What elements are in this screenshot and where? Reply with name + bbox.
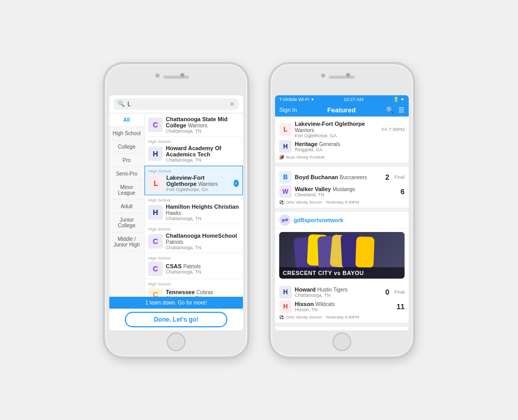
team-location-3: Chattanooga, TN xyxy=(166,216,239,221)
result-category-3: High School xyxy=(148,198,239,202)
bluetooth-icon: ✦ xyxy=(400,97,405,102)
game-info-hixson: Hixson Wildcats Hixson, TN xyxy=(295,301,393,312)
filter-sidebar: All High School College Pro Semi-Pro Min… xyxy=(109,113,145,297)
team-info-6: Tennessee Cobras Chattanooga, TN xyxy=(166,289,213,297)
status-left: T-Mobile Wi-Fi ▾ xyxy=(279,97,314,102)
left-phone: 🔍 L ✕ All High School College Pro Semi-P… xyxy=(104,63,249,358)
game-section-soccer1: B Boyd Buchanan Buccaneers 2 Final W Wal… xyxy=(275,167,409,212)
sport-label-football: Boys Varsity Football xyxy=(286,155,325,160)
battery-icon: 🔋 xyxy=(393,97,399,102)
result-category-4: High School xyxy=(148,227,239,231)
team-logo-4: C xyxy=(148,234,163,249)
clear-icon[interactable]: ✕ xyxy=(229,100,235,108)
result-csas[interactable]: High School C CSAS Patriots Chattanooga,… xyxy=(145,253,243,279)
filter-pro[interactable]: Pro xyxy=(109,154,144,167)
game-score-howard: 0 xyxy=(381,288,389,296)
search-bar[interactable]: 🔍 L ✕ xyxy=(113,98,239,110)
featured-content: L Lakeview-Fort Oglethorpe Warriors Fort… xyxy=(275,117,409,330)
game-final-label2: Final xyxy=(394,289,405,295)
network-row: gdf gdflsportsnetwork xyxy=(275,212,409,229)
filter-semi-pro[interactable]: Semi-Pro xyxy=(109,167,144,181)
result-homeschool[interactable]: High School C Chattanooga HomeSchool Pat… xyxy=(145,224,243,253)
home-button-left[interactable] xyxy=(167,332,185,351)
game-score-hixson: 11 xyxy=(396,302,405,311)
team-logo-1: H xyxy=(148,147,163,161)
filter-junior-college[interactable]: Junior College xyxy=(109,213,144,233)
search-header: 🔍 L ✕ xyxy=(109,95,243,113)
filter-college[interactable]: College xyxy=(109,140,144,154)
filter-adult[interactable]: Adult xyxy=(109,200,144,213)
menu-icon[interactable]: ☰ xyxy=(398,106,405,114)
filter-all[interactable]: All xyxy=(109,113,144,127)
nav-icons: 🔍 ☰ xyxy=(386,106,405,114)
game-score-walker1: 6 xyxy=(396,187,405,196)
team-logo-3: H xyxy=(148,205,163,220)
team-location-1: Chattanooga, TN xyxy=(166,157,239,163)
team-info-4: Chattanooga HomeSchool Patriots Chattano… xyxy=(166,233,239,250)
team-name-1: Howard Academy Of Academics Tech xyxy=(166,145,239,157)
game-sub-hixson: Hixson, TN xyxy=(295,307,393,312)
team-name-6: Tennessee Cobras xyxy=(166,289,213,295)
result-category-5: High School xyxy=(148,256,239,260)
sport-label-soccer1: Girls Varsity Soccer · Yesterday 8:30PM xyxy=(286,200,359,205)
sign-in-button[interactable]: Sign In xyxy=(279,107,297,113)
network-name[interactable]: gdflsportsnetwork xyxy=(294,217,343,223)
search-input[interactable]: L xyxy=(127,100,227,108)
bottom-bar: 1 team down. Go for more! xyxy=(109,297,243,309)
sport-icon-soccer1: ⚽ xyxy=(279,200,284,205)
team-info-5: CSAS Patriots Chattanooga, TN xyxy=(166,263,201,274)
team-row-heritage[interactable]: H Heritage Generals Ringgold, GA xyxy=(279,139,405,154)
game-info-walker1: Walker Valley Mustangs Cleveland, TN xyxy=(295,186,393,197)
search-icon: 🔍 xyxy=(118,100,125,107)
result-lakeview[interactable]: High School L Lakeview-Fort Oglethorpe W… xyxy=(145,166,243,195)
search-nav-icon[interactable]: 🔍 xyxy=(386,106,394,114)
selected-check: ✓ xyxy=(234,180,239,187)
left-screen: 🔍 L ✕ All High School College Pro Semi-P… xyxy=(109,95,243,330)
camera-left xyxy=(180,73,184,77)
game-sub-howard: Chattanooga, TN xyxy=(295,293,378,298)
sport-icon-football: 🏈 xyxy=(279,155,284,160)
team-row-hixson[interactable]: H Hixson Wildcats Hixson, TN 11 xyxy=(279,299,405,314)
team-name-2: Lakeview-Fort Oglethorpe Warriors xyxy=(166,175,231,187)
done-button[interactable]: Done. Let's go! xyxy=(125,312,227,327)
video-title: CRESCENT CITY vs BAYOU xyxy=(279,267,405,279)
filter-minor-league[interactable]: Minor League xyxy=(109,181,144,200)
game-status-football: 🏈 Boys Varsity Football xyxy=(279,155,405,160)
game-info-boyd: Boyd Buchanan Buccaneers xyxy=(295,174,378,180)
team-row-walker1[interactable]: W Walker Valley Mustangs Cleveland, TN 6 xyxy=(279,184,405,199)
game-section-soccer2: H Howard Hustin Tigers Chattanooga, TN 0… xyxy=(275,282,409,327)
game-name-lakeview: Lakeview-Fort Oglethorpe Warriors xyxy=(295,121,377,133)
game-score-boyd: 2 xyxy=(381,173,389,181)
result-category-6: High School xyxy=(148,282,239,286)
search-body: All High School College Pro Semi-Pro Min… xyxy=(109,113,243,297)
result-tennessee[interactable]: High School C Tennessee Cobras Chattanoo… xyxy=(145,279,243,297)
team-logo-5: C xyxy=(148,262,163,276)
game-final-label1: Final xyxy=(394,175,405,180)
team-location-5: Chattanooga, TN xyxy=(166,269,201,274)
team-row-walker2[interactable]: W Walker Valley Mustangs 3 xyxy=(279,330,405,330)
game-logo-lakeview: L xyxy=(279,123,292,136)
network-logo: gdf xyxy=(279,214,291,226)
team-row-howard[interactable]: H Howard Hustin Tigers Chattanooga, TN 0… xyxy=(279,285,405,299)
game-name-heritage: Heritage Generals xyxy=(295,141,405,147)
results-list: C Chattanooga State Mid College Warriors… xyxy=(145,113,243,297)
home-button-right[interactable] xyxy=(333,332,351,351)
result-hamilton-heights[interactable]: High School H Hamilton Heights Christian… xyxy=(145,195,243,224)
result-chattanooga-state[interactable]: C Chattanooga State Mid College Warriors… xyxy=(145,113,243,137)
game-status-soccer1: ⚽ Girls Varsity Soccer · Yesterday 8:30P… xyxy=(279,200,405,205)
carrier-label: T-Mobile Wi-Fi xyxy=(279,97,309,102)
game-sub-walker1: Cleveland, TN xyxy=(295,192,393,197)
nav-title: Featured xyxy=(327,106,356,114)
game-name-howard: Howard Hustin Tigers xyxy=(295,286,378,293)
game-name-boyd: Boyd Buchanan Buccaneers xyxy=(295,174,378,180)
result-howard-academy[interactable]: High School H Howard Academy Of Academic… xyxy=(145,137,243,166)
team-logo-2: L xyxy=(149,176,163,191)
video-card[interactable]: CRESCENT CITY vs BAYOU xyxy=(279,232,405,279)
filter-middle-junior[interactable]: Middle / Junior High xyxy=(109,233,144,252)
time-label: 10:27 AM xyxy=(343,97,363,102)
filter-high-school[interactable]: High School xyxy=(109,127,144,140)
team-row-boyd[interactable]: B Boyd Buchanan Buccaneers 2 Final xyxy=(279,170,405,184)
team-row-lakeview[interactable]: L Lakeview-Fort Oglethorpe Warriors Fort… xyxy=(279,120,405,139)
game-section-football: L Lakeview-Fort Oglethorpe Warriors Fort… xyxy=(275,117,409,167)
video-thumbnail: CRESCENT CITY vs BAYOU xyxy=(279,232,405,279)
